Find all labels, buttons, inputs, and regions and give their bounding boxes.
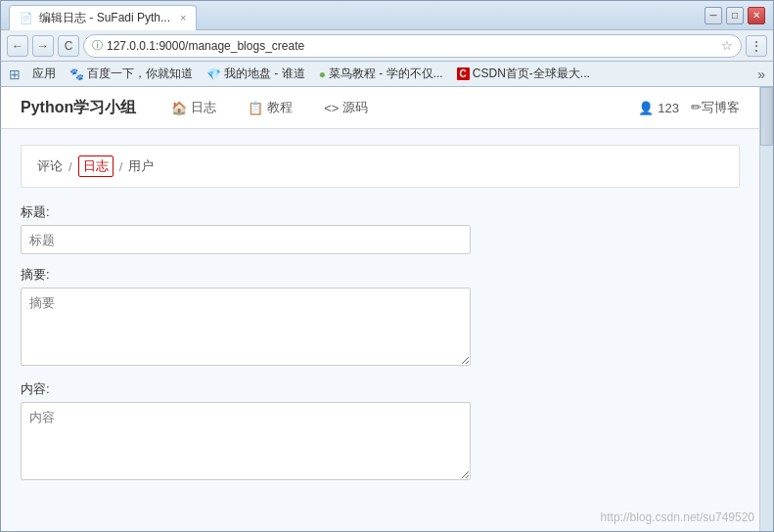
title-input[interactable] [21,225,471,254]
maximize-button[interactable]: □ [726,7,744,24]
bookmark-csdn[interactable]: C CSDN首页-全球最大... [453,64,594,84]
address-input-wrapper[interactable]: ⓘ 127.0.0.1:9000/manage_blogs_create ☆ [83,34,742,58]
user-count-number: 123 [658,101,679,115]
nav-tutorial[interactable]: 📋 教程 [242,95,298,120]
bookmarks-bar: ⊞ 应用 🐾 百度一下，你就知道 💎 我的地盘 - 谁道 ● 菜鸟教程 - 学的… [1,62,773,87]
summary-input[interactable] [21,288,471,366]
bookmark-baidu-icon: 🐾 [69,67,84,81]
breadcrumb-sep-1: / [68,159,72,174]
bookmark-myspace[interactable]: 💎 我的地盘 - 谁道 [203,64,309,84]
apps-icon: ⊞ [9,66,21,82]
nav-blog[interactable]: 🏠 日志 [165,95,222,120]
browser-tab[interactable]: 📄 编辑日志 - SuFadi Pyth... × [9,5,197,30]
scrollbar[interactable] [759,87,773,531]
breadcrumb: 评论 / 日志 / 用户 [21,145,740,188]
bookmark-star-icon[interactable]: ☆ [721,38,733,53]
content-input[interactable] [21,402,471,480]
site-logo: Python学习小组 [21,98,136,118]
address-url: 127.0.0.1:9000/manage_blogs_create [107,39,717,53]
site-nav: 🏠 日志 📋 教程 <> 源码 [165,95,609,120]
breadcrumb-comment[interactable]: 评论 [37,157,63,175]
nav-source[interactable]: <> 源码 [318,95,374,120]
bookmark-runoob-label: 菜鸟教程 - 学的不仅... [329,66,443,82]
code-icon: <> [324,101,339,115]
bookmark-myspace-label: 我的地盘 - 谁道 [224,66,305,82]
write-blog-button[interactable]: ✏写博客 [691,99,740,116]
browser-menu-button[interactable]: ⋮ [746,35,767,57]
nav-tutorial-label: 教程 [267,99,293,116]
breadcrumb-blog[interactable]: 日志 [78,155,114,177]
minimize-button[interactable]: ─ [705,7,722,24]
back-button[interactable]: ← [7,35,28,57]
browser-content: Python学习小组 🏠 日志 📋 教程 <> 源码 [1,87,773,531]
summary-label: 摘要: [21,266,740,284]
scrollbar-thumb[interactable] [760,87,773,146]
bookmark-csdn-label: CSDN首页-全球最大... [473,66,590,82]
tutorial-icon: 📋 [248,101,263,115]
page-area: Python学习小组 🏠 日志 📋 教程 <> 源码 [1,87,759,531]
title-label: 标题: [21,203,740,221]
bookmark-baidu[interactable]: 🐾 百度一下，你就知道 [66,64,197,84]
nav-source-label: 源码 [342,99,368,116]
site-header: Python学习小组 🏠 日志 📋 教程 <> 源码 [1,87,759,129]
content-section: 内容: [21,380,740,483]
refresh-button[interactable]: C [58,35,79,57]
bookmark-apps[interactable]: 应用 [28,64,60,84]
bookmark-apps-label: 应用 [32,66,56,82]
tab-page-icon: 📄 [20,12,33,24]
nav-blog-label: 日志 [191,99,216,116]
bookmark-runoob-icon: ● [319,67,326,81]
forward-button[interactable]: → [32,35,54,57]
user-icon: 👤 [638,101,654,115]
address-bar: ← → C ⓘ 127.0.0.1:9000/manage_blogs_crea… [1,30,773,62]
summary-section: 摘要: [21,266,740,369]
user-area: 👤 123 ✏写博客 [638,99,740,116]
tab-title: 编辑日志 - SuFadi Pyth... [39,10,170,26]
bookmark-csdn-icon: C [457,67,470,80]
bookmarks-more-button[interactable]: » [757,66,765,82]
bookmark-runoob[interactable]: ● 菜鸟教程 - 学的不仅... [315,64,447,84]
bookmark-baidu-label: 百度一下，你就知道 [87,66,193,82]
tab-close-button[interactable]: × [180,12,186,23]
content-label: 内容: [21,380,740,398]
page-content: 评论 / 日志 / 用户 标题: 摘要: 内容: [1,129,759,510]
title-section: 标题: [21,203,740,254]
user-count: 👤 123 [638,101,679,115]
breadcrumb-user[interactable]: 用户 [128,157,154,175]
breadcrumb-sep-2: / [119,159,123,174]
close-button[interactable]: ✕ [748,7,765,24]
bookmark-myspace-icon: 💎 [206,67,221,81]
security-icon: ⓘ [92,38,103,53]
home-icon: 🏠 [171,101,187,115]
title-bar: 📄 编辑日志 - SuFadi Pyth... × ─ □ ✕ [1,1,773,30]
